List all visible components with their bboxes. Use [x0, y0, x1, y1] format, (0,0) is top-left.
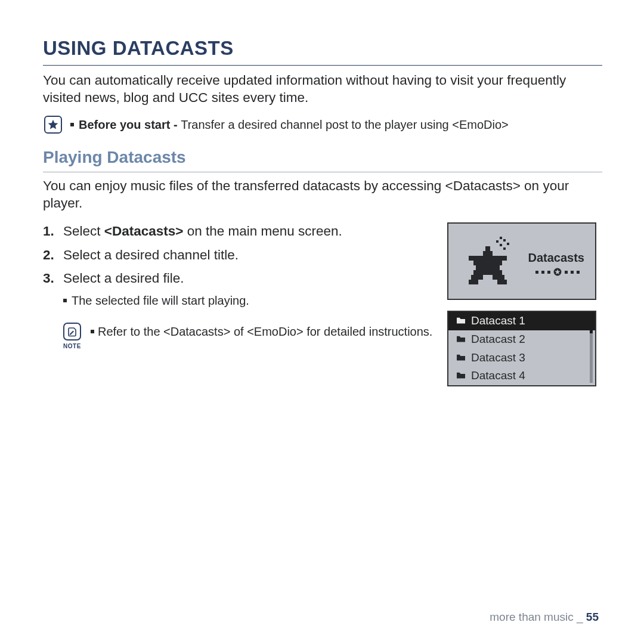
page-title: USING DATACASTS: [43, 36, 602, 66]
step-num: 2.: [43, 246, 58, 264]
step-text: Select a desired channel title.: [63, 246, 239, 264]
folder-icon: [456, 332, 466, 347]
step-3-sub: The selected file will start playing.: [63, 293, 435, 308]
folder-icon: [456, 369, 466, 383]
before-lead: Before you start -: [79, 118, 181, 131]
svg-rect-5: [500, 244, 502, 246]
footer-page: 55: [586, 611, 599, 623]
step-bold: <Datacasts>: [104, 224, 184, 239]
note-text: Refer to the <Datacasts> of <EmoDio> for…: [91, 323, 432, 339]
step-text: Select a desired file.: [63, 270, 184, 287]
page-footer: more than music _ 55: [490, 610, 599, 625]
svg-rect-1: [500, 237, 502, 239]
page-indicator: [535, 268, 580, 276]
svg-rect-15: [469, 280, 478, 284]
step-3-sub-text: The selected file will start playing.: [72, 294, 249, 307]
screen-label: Datacasts: [528, 250, 584, 265]
svg-rect-14: [493, 275, 504, 280]
note: NOTE Refer to the <Datacasts> of <EmoDio…: [62, 323, 435, 350]
svg-rect-4: [496, 240, 499, 243]
section-title: Playing Datacasts: [43, 147, 602, 172]
step-3: 3. Select a desired file.: [43, 270, 435, 287]
svg-rect-3: [507, 243, 509, 245]
star-icon: [44, 116, 62, 134]
step-text-post: on the main menu screen.: [183, 224, 342, 239]
datacasts-icon: [459, 234, 516, 292]
step-1: 1. Select <Datacasts> on the main menu s…: [43, 222, 435, 240]
section-intro: You can enjoy music files of the transfe…: [43, 177, 602, 212]
scrollbar: [590, 314, 593, 383]
note-label: NOTE: [63, 342, 81, 350]
device-screen-menu: Datacasts: [447, 222, 596, 300]
list-item-label: Datacast 4: [471, 369, 525, 383]
svg-rect-6: [503, 247, 506, 250]
svg-rect-8: [483, 251, 493, 256]
list-item-label: Datacast 3: [471, 351, 525, 366]
svg-rect-13: [471, 275, 483, 280]
svg-rect-9: [469, 256, 507, 261]
svg-marker-0: [48, 120, 58, 129]
svg-rect-16: [497, 280, 507, 284]
folder-icon: [456, 314, 466, 329]
list-item[interactable]: Datacast 3: [448, 349, 595, 367]
step-num: 1.: [43, 222, 58, 240]
before-text: Before you start - Transfer a desired ch…: [70, 114, 509, 132]
list-item-label: Datacast 1: [471, 314, 525, 329]
before-rest: Transfer a desired channel post to the p…: [181, 118, 509, 131]
list-item-label: Datacast 2: [471, 332, 525, 347]
svg-rect-7: [485, 246, 490, 251]
before-you-start: Before you start - Transfer a desired ch…: [44, 114, 602, 134]
note-icon: [63, 323, 81, 340]
footer-sep: _: [574, 611, 586, 623]
footer-section: more than music: [490, 611, 573, 623]
step-text: Select: [63, 224, 104, 239]
intro-text: You can automatically receive updated in…: [43, 72, 602, 107]
indicator-star-icon: [553, 268, 562, 276]
step-2: 2. Select a desired channel title.: [43, 246, 435, 264]
note-body: Refer to the <Datacasts> of <EmoDio> for…: [98, 325, 432, 338]
svg-rect-10: [473, 261, 502, 265]
step-num: 3.: [43, 270, 58, 287]
svg-rect-12: [473, 270, 502, 275]
folder-icon: [456, 351, 466, 366]
list-item[interactable]: Datacast 1: [448, 312, 595, 330]
list-item[interactable]: Datacast 4: [448, 367, 595, 385]
svg-rect-11: [476, 265, 500, 270]
list-item[interactable]: Datacast 2: [448, 330, 595, 349]
steps-list: 1. Select <Datacasts> on the main menu s…: [43, 222, 435, 287]
svg-rect-2: [503, 239, 506, 242]
device-screen-list: Datacast 1Datacast 2Datacast 3Datacast 4: [447, 311, 596, 386]
